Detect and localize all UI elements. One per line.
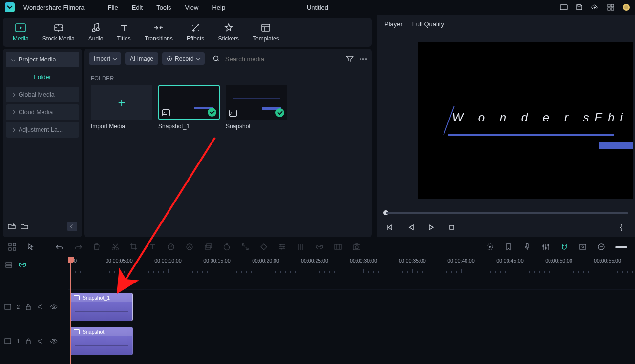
player-preview[interactable]: W o n d e r sFhi la or rea F i l m o <box>418 42 633 199</box>
eye-icon[interactable] <box>50 337 58 345</box>
playhead[interactable] <box>70 257 71 364</box>
cursor-icon[interactable] <box>26 243 35 251</box>
track-row-2[interactable]: Snapshot_1 <box>68 290 635 324</box>
stop-button[interactable] <box>448 223 456 231</box>
player-scrubber[interactable] <box>377 208 635 218</box>
sidebar-cloud-media[interactable]: Cloud Media <box>6 104 79 120</box>
save-icon[interactable] <box>575 3 583 11</box>
sidebar-project-media[interactable]: Project Media <box>6 52 79 67</box>
preview-title-text: W o n d e r sFhi la or rea F i l m o <box>452 111 633 124</box>
svg-point-13 <box>198 30 199 31</box>
svg-rect-2 <box>608 4 610 7</box>
ribbon-media[interactable]: Media <box>13 22 29 42</box>
snapshot-icon[interactable] <box>352 243 361 251</box>
more-icon[interactable] <box>360 58 367 60</box>
clip-snapshot[interactable]: Snapshot <box>70 327 133 355</box>
chevron-right-icon <box>11 110 15 114</box>
new-folder-icon[interactable] <box>8 222 16 230</box>
undo-icon[interactable] <box>55 243 64 251</box>
ribbon-templates[interactable]: Templates <box>253 22 279 42</box>
lock-icon[interactable] <box>24 337 32 345</box>
sidebar-global-media[interactable]: Global Media <box>6 87 79 102</box>
timeline-tracks[interactable]: Snapshot_1 Snapshot <box>68 273 635 358</box>
filter-icon[interactable] <box>346 55 354 62</box>
ribbon-effects[interactable]: Effects <box>187 22 204 42</box>
play-backward-button[interactable] <box>407 223 415 231</box>
chevron-down-icon <box>113 56 117 60</box>
settings-brace-icon[interactable]: { <box>617 223 625 231</box>
speed-icon[interactable] <box>167 243 175 251</box>
user-avatar-icon[interactable] <box>622 3 630 11</box>
prev-frame-button[interactable] <box>386 223 394 231</box>
ribbon-stickers[interactable]: Stickers <box>218 22 239 42</box>
menu-help[interactable]: Help <box>212 4 225 11</box>
fit-icon[interactable] <box>578 243 587 251</box>
timeline-ruler[interactable]: 00:0000:00:05:0000:00:10:0000:00:15:0000… <box>68 257 635 273</box>
layout-icon[interactable] <box>560 3 568 11</box>
keyframe-icon[interactable] <box>259 243 268 251</box>
sidebar-adjustment-layer[interactable]: Adjustment La... <box>6 122 79 138</box>
track-row-1[interactable]: Snapshot <box>68 324 635 358</box>
record-button[interactable]: Record <box>162 52 205 65</box>
menu-file[interactable]: File <box>108 4 118 11</box>
track-head-1[interactable]: 1 <box>0 324 68 358</box>
import-button[interactable]: Import <box>89 52 121 65</box>
track-head-2[interactable]: 2 <box>0 290 68 324</box>
delete-icon[interactable] <box>92 243 101 251</box>
sidebar-folder[interactable]: Folder <box>6 69 79 85</box>
magnet-icon[interactable] <box>560 243 569 251</box>
stack-icon[interactable] <box>5 262 13 268</box>
search-input[interactable] <box>224 55 341 63</box>
ribbon-stock[interactable]: Stock Media <box>42 22 75 42</box>
mute-icon[interactable] <box>37 337 45 345</box>
play-button[interactable] <box>427 223 435 231</box>
ribbon-transitions[interactable]: Transitions <box>145 22 173 42</box>
mute-icon[interactable] <box>37 303 45 311</box>
redo-icon[interactable] <box>74 243 83 251</box>
apps-icon[interactable] <box>607 3 614 11</box>
link-tracks-icon[interactable] <box>19 262 26 268</box>
cloud-upload-icon[interactable] <box>591 3 599 11</box>
menu-edit[interactable]: Edit <box>132 4 143 11</box>
link-icon[interactable] <box>315 243 324 251</box>
expand-icon[interactable] <box>241 243 250 251</box>
mixer-icon[interactable] <box>541 243 550 251</box>
group-icon[interactable] <box>334 243 342 251</box>
render-icon[interactable] <box>486 243 494 251</box>
media-tile-snapshot-1[interactable]: Snapshot_1 <box>158 85 220 130</box>
zoom-out-icon[interactable] <box>597 243 606 251</box>
ribbon-audio-label: Audio <box>88 35 104 42</box>
voiceover-icon[interactable] <box>523 243 531 251</box>
stopwatch-icon[interactable] <box>222 243 231 251</box>
media-tile-snapshot[interactable]: Snapshot <box>226 85 287 130</box>
split-icon[interactable] <box>111 243 120 251</box>
ai-image-button[interactable]: AI Image <box>125 52 158 65</box>
menu-tools[interactable]: Tools <box>156 4 171 11</box>
grid-icon[interactable] <box>8 243 17 251</box>
svg-rect-44 <box>6 265 12 267</box>
svg-rect-26 <box>207 244 212 248</box>
zoom-slider[interactable] <box>615 246 627 248</box>
video-track-icon <box>4 303 12 311</box>
adjust-icon[interactable] <box>278 243 287 251</box>
crop-icon[interactable] <box>129 243 138 251</box>
quality-selector[interactable]: Full Quality <box>412 20 457 28</box>
menu-view[interactable]: View <box>185 4 198 11</box>
clip-snapshot-1[interactable]: Snapshot_1 <box>70 293 133 321</box>
overlay-icon[interactable] <box>204 243 212 251</box>
lock-icon[interactable] <box>24 303 32 311</box>
eye-icon[interactable] <box>50 303 58 311</box>
ribbon-tabs: Media Stock Media Audio Titles Transitio… <box>3 18 372 47</box>
stickers-icon <box>223 22 234 33</box>
search-icon <box>212 55 220 62</box>
color-icon[interactable] <box>185 243 194 251</box>
folder-icon[interactable] <box>21 222 28 230</box>
import-media-tile[interactable]: + Import Media <box>91 85 152 130</box>
collapse-sidebar-button[interactable] <box>67 222 77 231</box>
sidebar-item-label: Adjustment La... <box>19 126 63 133</box>
sliders-icon[interactable] <box>296 243 305 251</box>
text-icon[interactable] <box>148 243 157 251</box>
marker-icon[interactable] <box>504 243 513 251</box>
ribbon-titles[interactable]: Titles <box>117 22 130 42</box>
ribbon-audio[interactable]: Audio <box>88 22 104 42</box>
